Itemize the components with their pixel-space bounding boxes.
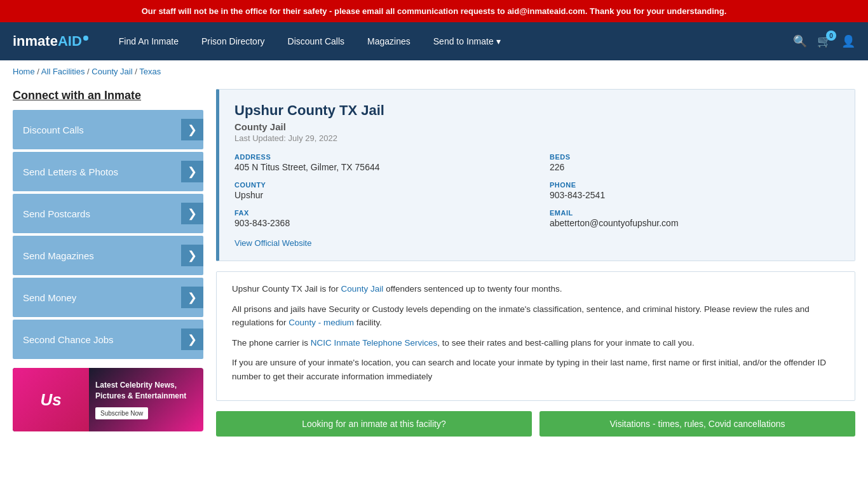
visitations-button[interactable]: Visitations - times, rules, Covid cancel…	[539, 411, 855, 437]
sidebar-item-send-magazines[interactable]: Send Magazines ❯	[13, 236, 203, 275]
user-icon[interactable]: 👤	[841, 34, 855, 48]
cart-badge: 0	[826, 30, 836, 41]
address-block: ADDRESS 405 N Titus Street, Gilmer, TX 7…	[234, 153, 524, 172]
main-nav: inmateAID Find An Inmate Prison Director…	[0, 22, 868, 60]
facility-details: ADDRESS 405 N Titus Street, Gilmer, TX 7…	[234, 153, 839, 228]
breadcrumb-home[interactable]: Home	[13, 67, 35, 76]
ad-content: Latest Celebrity News, Pictures & Entert…	[89, 374, 203, 426]
sidebar-item-label: Send Money	[23, 292, 76, 303]
facility-card: Upshur County TX Jail County Jail Last U…	[216, 89, 855, 261]
advertisement: Us Latest Celebrity News, Pictures & Ent…	[13, 368, 203, 431]
ad-subscribe-button[interactable]: Subscribe Now	[95, 407, 148, 419]
county-value: Upshur	[234, 190, 524, 200]
nav-prison-directory[interactable]: Prison Directory	[190, 22, 276, 60]
address-label: ADDRESS	[234, 153, 524, 161]
action-buttons: Looking for an inmate at this facility? …	[216, 411, 855, 437]
logo-dot	[83, 36, 88, 41]
fax-block: FAX 903-843-2368	[234, 209, 524, 228]
chevron-right-icon: ❯	[181, 287, 203, 308]
breadcrumb-county-jail[interactable]: County Jail	[92, 67, 132, 76]
beds-label: BEDS	[550, 153, 839, 161]
sidebar-item-second-chance-jobs[interactable]: Second Chance Jobs ❯	[13, 320, 203, 359]
chevron-right-icon: ❯	[181, 203, 203, 224]
county-block: COUNTY Upshur	[234, 181, 524, 200]
chevron-right-icon: ❯	[181, 161, 203, 182]
desc-p2: All prisons and jails have Security or C…	[232, 302, 839, 330]
email-value: abetterton@countyofupshur.com	[550, 218, 839, 228]
breadcrumb-all-facilities[interactable]: All Facilities	[41, 67, 85, 76]
alert-text: Our staff will not be in the office for …	[142, 6, 727, 16]
desc-p3: The phone carrier is NCIC Inmate Telepho…	[232, 336, 839, 350]
county-jail-link[interactable]: County Jail	[341, 284, 384, 294]
sidebar-item-send-letters[interactable]: Send Letters & Photos ❯	[13, 152, 203, 191]
sidebar-item-label: Second Chance Jobs	[23, 334, 114, 345]
fax-label: FAX	[234, 209, 524, 217]
content-area: Upshur County TX Jail County Jail Last U…	[216, 89, 855, 447]
sidebar-item-label: Send Letters & Photos	[23, 166, 118, 177]
nav-magazines[interactable]: Magazines	[356, 22, 422, 60]
email-block: EMAIL abetterton@countyofupshur.com	[550, 209, 839, 228]
search-icon[interactable]: 🔍	[793, 34, 807, 48]
sidebar-item-label: Send Magazines	[23, 250, 94, 261]
nav-discount-calls[interactable]: Discount Calls	[276, 22, 356, 60]
connect-title: Connect with an Inmate	[13, 89, 203, 102]
chevron-right-icon: ❯	[181, 119, 203, 140]
chevron-right-icon: ❯	[181, 329, 203, 350]
logo-text: inmateAID	[13, 33, 88, 50]
address-value: 405 N Titus Street, Gilmer, TX 75644	[234, 162, 524, 172]
nav-links: Find An Inmate Prison Directory Discount…	[107, 22, 793, 60]
phone-value: 903-843-2541	[550, 190, 839, 200]
breadcrumb-texas[interactable]: Texas	[139, 67, 161, 76]
phone-block: PHONE 903-843-2541	[550, 181, 839, 200]
ncic-link[interactable]: NCIC Inmate Telephone Services	[311, 338, 437, 348]
chevron-right-icon: ❯	[181, 245, 203, 266]
county-medium-link[interactable]: County - medium	[288, 318, 354, 327]
looking-for-inmate-button[interactable]: Looking for an inmate at this facility?	[216, 411, 532, 437]
main-content: Connect with an Inmate Discount Calls ❯ …	[0, 83, 868, 459]
facility-updated: Last Updated: July 29, 2022	[234, 133, 839, 143]
facility-type: County Jail	[234, 121, 839, 132]
beds-block: BEDS 226	[550, 153, 839, 172]
view-official-link[interactable]: View Official Website	[234, 238, 311, 248]
nav-send-to-inmate[interactable]: Send to Inmate ▾	[422, 22, 512, 60]
sidebar-item-send-postcards[interactable]: Send Postcards ❯	[13, 194, 203, 233]
desc-p4: If you are unsure of your inmate's locat…	[232, 356, 839, 383]
fax-value: 903-843-2368	[234, 218, 524, 228]
phone-label: PHONE	[550, 181, 839, 189]
ad-title: Latest Celebrity News, Pictures & Entert…	[95, 380, 197, 402]
sidebar-item-discount-calls[interactable]: Discount Calls ❯	[13, 110, 203, 149]
nav-right: 🔍 🛒 0 👤	[793, 34, 855, 48]
desc-p1: Upshur County TX Jail is for County Jail…	[232, 282, 839, 296]
ad-image: Us	[13, 368, 89, 431]
sidebar-item-label: Discount Calls	[23, 125, 84, 135]
description-area: Upshur County TX Jail is for County Jail…	[216, 271, 855, 401]
cart-icon[interactable]: 🛒 0	[817, 34, 831, 48]
nav-find-inmate[interactable]: Find An Inmate	[107, 22, 190, 60]
facility-name: Upshur County TX Jail	[234, 102, 839, 119]
sidebar: Connect with an Inmate Discount Calls ❯ …	[13, 89, 203, 447]
county-label: COUNTY	[234, 181, 524, 189]
email-label: EMAIL	[550, 209, 839, 217]
logo[interactable]: inmateAID	[13, 33, 88, 50]
alert-banner: Our staff will not be in the office for …	[0, 0, 868, 22]
breadcrumb: Home / All Facilities / County Jail / Te…	[0, 60, 868, 83]
sidebar-item-label: Send Postcards	[23, 208, 90, 219]
sidebar-item-send-money[interactable]: Send Money ❯	[13, 278, 203, 317]
beds-value: 226	[550, 162, 839, 172]
ad-brand: Us	[40, 390, 61, 410]
